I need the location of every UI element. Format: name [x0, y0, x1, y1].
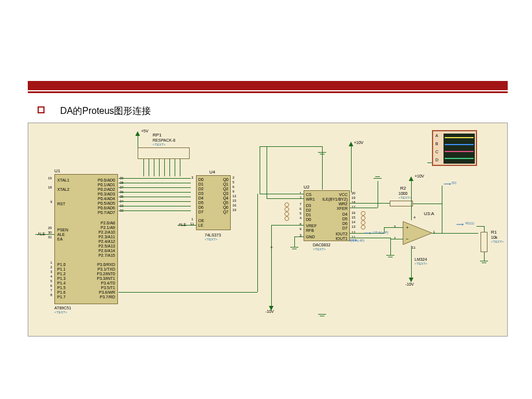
- wire: [384, 227, 403, 228]
- net: U3:A(-IP): [350, 239, 364, 242]
- slide-title: DA的Proteus图形连接: [60, 105, 151, 117]
- u2p: D5: [342, 217, 348, 221]
- wire: [294, 237, 295, 247]
- u1-pin: XTAL1: [57, 178, 69, 182]
- wire: [294, 237, 304, 237]
- power-arrow-icon: [135, 131, 140, 136]
- wire: [119, 206, 191, 206]
- u4p: Q2: [223, 187, 228, 191]
- u1-pin: P0.6/AD6: [98, 206, 115, 210]
- pn: 9: [50, 200, 52, 204]
- u1-pin: P0.1/AD1: [98, 183, 115, 187]
- pn: 15: [352, 216, 356, 219]
- pwr: +10V: [415, 174, 424, 178]
- u2p: RFB: [306, 228, 314, 232]
- pn: 3: [191, 176, 193, 179]
- pn: 4: [413, 216, 415, 219]
- wire: [119, 201, 191, 202]
- wire: [378, 181, 378, 203]
- pn: 12: [232, 194, 237, 198]
- u4p: Q0: [223, 178, 228, 182]
- u1-pin: P0.2/AD2: [98, 187, 115, 191]
- u1-pin: P2.5/A13: [98, 244, 115, 248]
- u1-pin: PSEN: [57, 228, 68, 232]
- u4p: D2: [198, 187, 204, 191]
- wire: [350, 208, 378, 208]
- u1-part: AT89C51: [54, 306, 71, 310]
- u1-pin: P1.3: [57, 276, 65, 280]
- pn: 2: [394, 237, 396, 240]
- pn: 7: [50, 289, 52, 292]
- rp1-part: RESPACK-8: [153, 138, 175, 142]
- u1-pin: P2.6/A14: [98, 249, 115, 253]
- rp1-ref: RP1: [153, 132, 162, 138]
- u4p: D6: [198, 205, 204, 209]
- terminal-icon: [285, 216, 289, 221]
- wire: [119, 183, 191, 183]
- u1-pin: P3.4/T0: [101, 281, 115, 285]
- wire: [143, 159, 144, 176]
- u2p: VREF: [306, 224, 317, 228]
- u4p: D7: [198, 210, 204, 214]
- net: U3:A(+IP): [373, 231, 389, 234]
- wire: [180, 159, 180, 176]
- r2-ref: R2: [400, 186, 406, 191]
- pn: 2: [232, 176, 234, 179]
- ch: A: [435, 134, 438, 138]
- pn: 3: [50, 270, 52, 274]
- wire: [267, 146, 267, 198]
- u4-part: 74LS373: [205, 233, 221, 237]
- u1-pin: P2.4/A12: [98, 239, 115, 243]
- pn: 12: [352, 231, 356, 234]
- wire: [119, 210, 191, 211]
- wire: [169, 159, 170, 176]
- pn: 5: [300, 212, 301, 215]
- wire: [271, 225, 304, 226]
- pn: 2: [50, 265, 52, 269]
- u2p: WR1: [306, 197, 315, 201]
- ch: C: [435, 150, 438, 154]
- wire: [442, 186, 442, 204]
- u2p: VCC: [339, 193, 348, 197]
- u2p: XFER: [337, 206, 348, 210]
- pn: 19: [232, 208, 237, 212]
- u1-pin: P1.7: [57, 295, 65, 299]
- pwr: +10V: [354, 141, 364, 145]
- u4p: D1: [198, 182, 204, 186]
- u1-pin: XTAL2: [57, 187, 69, 191]
- power-label-5v: +5V: [141, 129, 149, 133]
- r2-note: <TEXT>: [398, 196, 411, 200]
- pn: 3: [394, 225, 396, 228]
- wire: [427, 162, 432, 163]
- ch: B: [435, 142, 438, 146]
- u4-note: <TEXT>: [205, 238, 217, 241]
- u1-pin: P3.7/RD: [100, 295, 115, 299]
- u2p: D6: [342, 221, 348, 226]
- pn: 1: [191, 217, 193, 221]
- u1-pin: P3.1/TXD: [98, 267, 115, 271]
- wire: [413, 204, 442, 204]
- wire: [119, 192, 191, 193]
- u2-part: DAC0832: [313, 243, 330, 247]
- probe-icon: ⟿: [444, 181, 451, 187]
- oscilloscope: A B C D: [432, 130, 477, 166]
- svg-text:+: +: [406, 225, 409, 230]
- terminal-icon: [361, 225, 365, 230]
- u1-ref: U1: [54, 168, 60, 173]
- probe-icon: ⟿: [364, 230, 371, 236]
- pn: 16: [352, 211, 356, 215]
- wire: [351, 146, 352, 193]
- pn: 16: [232, 204, 237, 207]
- u1-pin: P3.6/WR: [99, 290, 115, 294]
- u4p: D0: [198, 178, 204, 182]
- u1-pin: P2.0/A8: [101, 221, 115, 225]
- u1-pin: P1.0: [57, 263, 65, 267]
- r2-body: [390, 201, 413, 206]
- u2p: ILE(BY1/BY2): [322, 197, 348, 201]
- u4p: LE: [198, 223, 204, 227]
- u1-pin: ALE: [57, 232, 65, 237]
- u1-pin: P0.3/AD3: [98, 192, 115, 196]
- wire: [175, 159, 175, 176]
- svg-text:−: −: [406, 237, 409, 242]
- wire: [390, 238, 391, 255]
